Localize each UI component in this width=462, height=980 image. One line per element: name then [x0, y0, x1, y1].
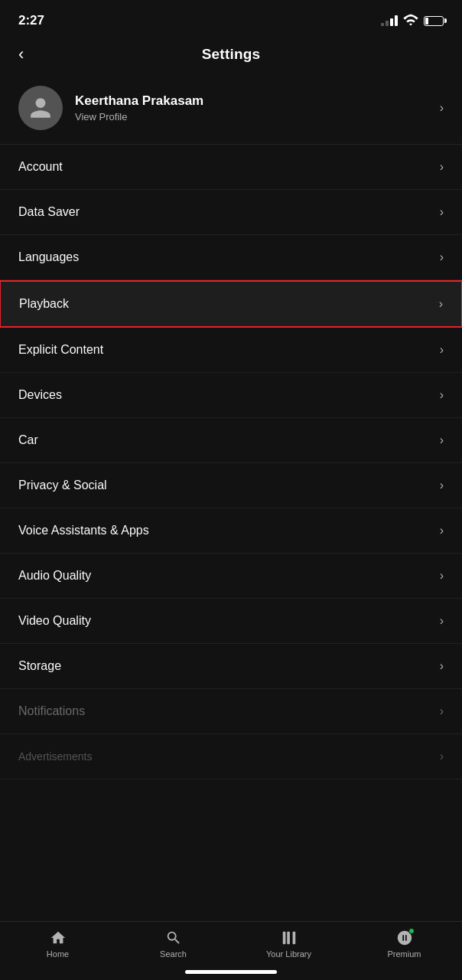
chevron-icon: ›: [440, 569, 444, 583]
nav-label-search: Search: [160, 949, 187, 959]
chevron-icon: ›: [440, 479, 444, 492]
settings-item-advertisements[interactable]: Advertisements ›: [0, 734, 462, 779]
profile-row[interactable]: Keerthana Prakasam View Profile ›: [0, 72, 462, 145]
chevron-icon: ›: [440, 388, 444, 402]
settings-item-account[interactable]: Account ›: [0, 145, 462, 190]
nav-item-your-library[interactable]: Your Library: [266, 929, 312, 959]
chevron-icon: ›: [440, 659, 444, 673]
battery-icon: [424, 16, 444, 26]
settings-item-voice-assistants[interactable]: Voice Assistants & Apps ›: [0, 508, 462, 554]
nav-label-your-library: Your Library: [266, 949, 311, 959]
settings-list: Account › Data Saver › Languages › Playb…: [0, 145, 462, 779]
user-icon: [28, 96, 53, 120]
signal-icon: [381, 15, 398, 26]
chevron-icon: ›: [440, 433, 444, 447]
profile-sub: View Profile: [75, 111, 440, 122]
profile-name: Keerthana Prakasam: [75, 93, 440, 109]
status-icons: [381, 12, 444, 29]
settings-item-data-saver[interactable]: Data Saver ›: [0, 190, 462, 235]
search-icon: [165, 929, 182, 946]
svg-rect-2: [292, 932, 295, 945]
status-time: 2:27: [18, 13, 44, 28]
chevron-icon: ›: [440, 614, 444, 628]
settings-item-explicit-content[interactable]: Explicit Content ›: [0, 328, 462, 373]
nav-label-premium: Premium: [387, 949, 421, 959]
home-icon: [50, 929, 67, 946]
settings-item-languages[interactable]: Languages ›: [0, 235, 462, 280]
settings-item-playback[interactable]: Playback ›: [0, 280, 462, 328]
library-icon: [281, 929, 298, 946]
status-bar: 2:27: [0, 0, 462, 37]
settings-item-notifications[interactable]: Notifications ›: [0, 689, 462, 734]
chevron-icon: ›: [440, 101, 444, 115]
chevron-icon: ›: [440, 524, 444, 537]
svg-rect-1: [287, 932, 290, 945]
settings-item-privacy-social[interactable]: Privacy & Social ›: [0, 463, 462, 508]
profile-info: Keerthana Prakasam View Profile: [75, 93, 440, 122]
nav-item-search[interactable]: Search: [151, 929, 197, 959]
nav-item-home[interactable]: Home: [35, 929, 81, 959]
page-title: Settings: [202, 46, 261, 63]
chevron-icon: ›: [440, 343, 444, 357]
settings-item-video-quality[interactable]: Video Quality ›: [0, 599, 462, 644]
settings-item-devices[interactable]: Devices ›: [0, 373, 462, 418]
chevron-icon: ›: [440, 205, 444, 219]
chevron-icon: ›: [440, 160, 444, 174]
settings-item-audio-quality[interactable]: Audio Quality ›: [0, 554, 462, 599]
chevron-icon: ›: [440, 750, 444, 763]
chevron-icon: ›: [440, 704, 444, 718]
header: ‹ Settings: [0, 37, 462, 72]
nav-item-premium[interactable]: Premium: [382, 929, 428, 959]
chevron-icon: ›: [440, 250, 444, 264]
settings-item-car[interactable]: Car ›: [0, 418, 462, 463]
back-button[interactable]: ‹: [18, 44, 24, 64]
premium-icon-wrap: [396, 929, 413, 946]
svg-rect-0: [282, 932, 285, 945]
avatar: [18, 86, 63, 130]
settings-item-storage[interactable]: Storage ›: [0, 644, 462, 689]
chevron-icon: ›: [439, 297, 443, 311]
home-bar: [185, 970, 277, 974]
wifi-icon: [402, 12, 419, 29]
nav-label-home: Home: [47, 949, 69, 959]
premium-dot: [408, 928, 415, 934]
